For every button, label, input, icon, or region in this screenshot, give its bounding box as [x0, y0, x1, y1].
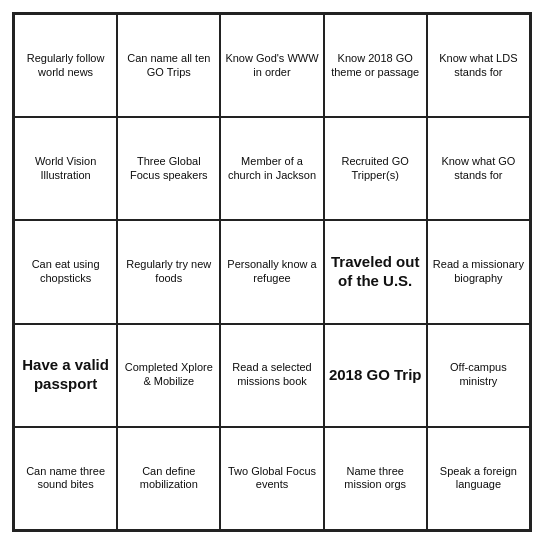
- bingo-cell-16: Completed Xplore & Mobilize: [117, 324, 220, 427]
- bingo-board: Regularly follow world newsCan name all …: [12, 12, 532, 532]
- bingo-cell-10: Can eat using chopsticks: [14, 220, 117, 323]
- bingo-cell-5: World Vision Illustration: [14, 117, 117, 220]
- bingo-cell-12: Personally know a refugee: [220, 220, 323, 323]
- bingo-cell-6: Three Global Focus speakers: [117, 117, 220, 220]
- bingo-cell-11: Regularly try new foods: [117, 220, 220, 323]
- bingo-cell-22: Two Global Focus events: [220, 427, 323, 530]
- bingo-cell-8: Recruited GO Tripper(s): [324, 117, 427, 220]
- bingo-cell-13: Traveled out of the U.S.: [324, 220, 427, 323]
- bingo-cell-14: Read a missionary biography: [427, 220, 530, 323]
- bingo-cell-7: Member of a church in Jackson: [220, 117, 323, 220]
- bingo-cell-15: Have a valid passport: [14, 324, 117, 427]
- bingo-cell-3: Know 2018 GO theme or passage: [324, 14, 427, 117]
- bingo-cell-23: Name three mission orgs: [324, 427, 427, 530]
- bingo-cell-17: Read a selected missions book: [220, 324, 323, 427]
- bingo-cell-21: Can define mobilization: [117, 427, 220, 530]
- bingo-cell-4: Know what LDS stands for: [427, 14, 530, 117]
- bingo-cell-20: Can name three sound bites: [14, 427, 117, 530]
- bingo-cell-0: Regularly follow world news: [14, 14, 117, 117]
- bingo-cell-19: Off-campus ministry: [427, 324, 530, 427]
- bingo-cell-9: Know what GO stands for: [427, 117, 530, 220]
- bingo-cell-18: 2018 GO Trip: [324, 324, 427, 427]
- bingo-cell-24: Speak a foreign language: [427, 427, 530, 530]
- bingo-cell-2: Know God's WWW in order: [220, 14, 323, 117]
- bingo-cell-1: Can name all ten GO Trips: [117, 14, 220, 117]
